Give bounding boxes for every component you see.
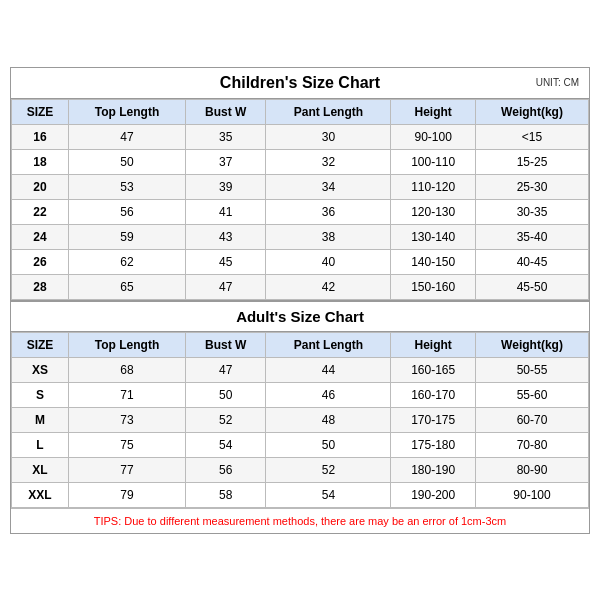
table-cell: 170-175 bbox=[391, 407, 476, 432]
table-cell: 180-190 bbox=[391, 457, 476, 482]
table-cell: 68 bbox=[68, 357, 185, 382]
table-cell: 80-90 bbox=[476, 457, 589, 482]
table-cell: 79 bbox=[68, 482, 185, 507]
table-cell: 48 bbox=[266, 407, 391, 432]
table-row: 26624540140-15040-45 bbox=[12, 249, 589, 274]
table-cell: 45 bbox=[186, 249, 266, 274]
table-cell: 73 bbox=[68, 407, 185, 432]
table-cell: 38 bbox=[266, 224, 391, 249]
table-cell: <15 bbox=[476, 124, 589, 149]
table-cell: 77 bbox=[68, 457, 185, 482]
table-cell: 50-55 bbox=[476, 357, 589, 382]
table-cell: 40 bbox=[266, 249, 391, 274]
table-cell: 53 bbox=[68, 174, 185, 199]
table-cell: 59 bbox=[68, 224, 185, 249]
table-cell: 30-35 bbox=[476, 199, 589, 224]
adult-col-header: Bust W bbox=[186, 332, 266, 357]
table-cell: 56 bbox=[186, 457, 266, 482]
table-cell: XXL bbox=[12, 482, 69, 507]
table-cell: 175-180 bbox=[391, 432, 476, 457]
children-table-body: 1647353090-100<1518503732100-11015-25205… bbox=[12, 124, 589, 299]
table-cell: 71 bbox=[68, 382, 185, 407]
table-cell: 50 bbox=[186, 382, 266, 407]
table-cell: 52 bbox=[266, 457, 391, 482]
table-row: 20533934110-12025-30 bbox=[12, 174, 589, 199]
table-row: 18503732100-11015-25 bbox=[12, 149, 589, 174]
children-header-row: SIZETop LengthBust WPant LengthHeightWei… bbox=[12, 99, 589, 124]
table-row: S715046160-17055-60 bbox=[12, 382, 589, 407]
table-cell: 35 bbox=[186, 124, 266, 149]
table-cell: 42 bbox=[266, 274, 391, 299]
children-col-header: Top Length bbox=[68, 99, 185, 124]
children-col-header: Weight(kg) bbox=[476, 99, 589, 124]
table-cell: 90-100 bbox=[476, 482, 589, 507]
table-cell: 75 bbox=[68, 432, 185, 457]
adult-col-header: Pant Length bbox=[266, 332, 391, 357]
children-table: SIZETop LengthBust WPant LengthHeightWei… bbox=[11, 99, 589, 300]
table-cell: 100-110 bbox=[391, 149, 476, 174]
table-cell: 36 bbox=[266, 199, 391, 224]
table-cell: XL bbox=[12, 457, 69, 482]
table-cell: 47 bbox=[186, 274, 266, 299]
table-cell: 26 bbox=[12, 249, 69, 274]
table-row: 28654742150-16045-50 bbox=[12, 274, 589, 299]
table-row: XS684744160-16550-55 bbox=[12, 357, 589, 382]
table-cell: 28 bbox=[12, 274, 69, 299]
table-cell: 65 bbox=[68, 274, 185, 299]
table-cell: 50 bbox=[266, 432, 391, 457]
adult-col-header: Top Length bbox=[68, 332, 185, 357]
table-cell: 62 bbox=[68, 249, 185, 274]
table-cell: 43 bbox=[186, 224, 266, 249]
table-cell: M bbox=[12, 407, 69, 432]
table-cell: L bbox=[12, 432, 69, 457]
table-cell: 47 bbox=[68, 124, 185, 149]
table-row: XXL795854190-20090-100 bbox=[12, 482, 589, 507]
unit-label: UNIT: CM bbox=[536, 77, 579, 88]
table-cell: 37 bbox=[186, 149, 266, 174]
children-table-header: SIZETop LengthBust WPant LengthHeightWei… bbox=[12, 99, 589, 124]
table-cell: 56 bbox=[68, 199, 185, 224]
table-row: XL775652180-19080-90 bbox=[12, 457, 589, 482]
table-cell: 46 bbox=[266, 382, 391, 407]
adult-col-header: Height bbox=[391, 332, 476, 357]
table-row: 24594338130-14035-40 bbox=[12, 224, 589, 249]
table-cell: 35-40 bbox=[476, 224, 589, 249]
table-cell: 25-30 bbox=[476, 174, 589, 199]
children-col-header: Height bbox=[391, 99, 476, 124]
table-cell: 22 bbox=[12, 199, 69, 224]
table-row: L755450175-18070-80 bbox=[12, 432, 589, 457]
table-cell: 50 bbox=[68, 149, 185, 174]
table-cell: S bbox=[12, 382, 69, 407]
table-cell: 90-100 bbox=[391, 124, 476, 149]
table-row: M735248170-17560-70 bbox=[12, 407, 589, 432]
table-cell: 55-60 bbox=[476, 382, 589, 407]
table-cell: 190-200 bbox=[391, 482, 476, 507]
adult-chart-title: Adult's Size Chart bbox=[11, 300, 589, 332]
table-cell: 15-25 bbox=[476, 149, 589, 174]
table-row: 22564136120-13030-35 bbox=[12, 199, 589, 224]
table-cell: XS bbox=[12, 357, 69, 382]
adult-header-row: SIZETop LengthBust WPant LengthHeightWei… bbox=[12, 332, 589, 357]
table-cell: 160-170 bbox=[391, 382, 476, 407]
table-cell: 41 bbox=[186, 199, 266, 224]
adult-col-header: SIZE bbox=[12, 332, 69, 357]
adult-table-header: SIZETop LengthBust WPant LengthHeightWei… bbox=[12, 332, 589, 357]
table-cell: 24 bbox=[12, 224, 69, 249]
children-col-header: Pant Length bbox=[266, 99, 391, 124]
table-cell: 160-165 bbox=[391, 357, 476, 382]
children-chart-title: Children's Size Chart bbox=[220, 74, 380, 92]
adult-table-body: XS684744160-16550-55S715046160-17055-60M… bbox=[12, 357, 589, 507]
table-cell: 34 bbox=[266, 174, 391, 199]
table-cell: 18 bbox=[12, 149, 69, 174]
children-col-header: Bust W bbox=[186, 99, 266, 124]
table-cell: 58 bbox=[186, 482, 266, 507]
table-cell: 40-45 bbox=[476, 249, 589, 274]
table-cell: 47 bbox=[186, 357, 266, 382]
table-cell: 70-80 bbox=[476, 432, 589, 457]
table-cell: 110-120 bbox=[391, 174, 476, 199]
size-chart-container: Children's Size Chart UNIT: CM SIZETop L… bbox=[10, 67, 590, 534]
table-cell: 20 bbox=[12, 174, 69, 199]
tips-row: TIPS: Due to different measurement metho… bbox=[11, 508, 589, 533]
table-cell: 16 bbox=[12, 124, 69, 149]
table-cell: 30 bbox=[266, 124, 391, 149]
